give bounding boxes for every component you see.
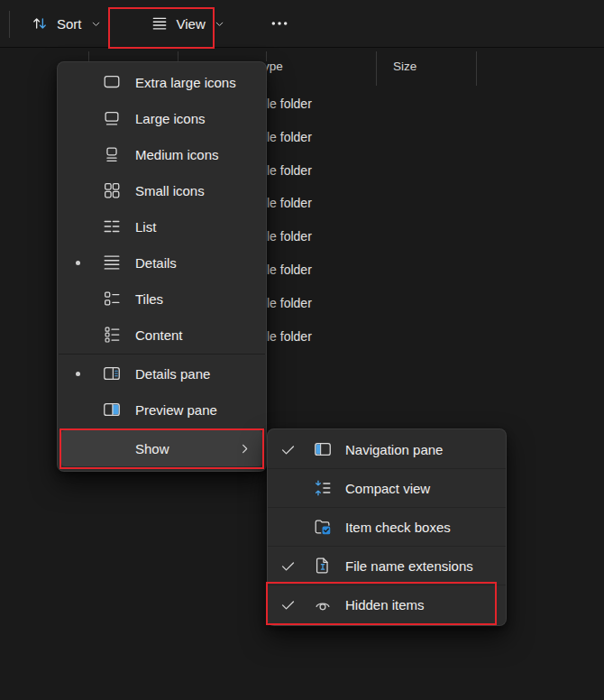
sort-button[interactable]: Sort [20, 7, 113, 40]
column-divider[interactable] [376, 51, 377, 86]
compact-view-icon [307, 478, 338, 498]
submenu-item-compact-view[interactable]: Compact view [268, 469, 506, 508]
menu-item-label: List [135, 219, 156, 235]
menu-item-label: Preview pane [135, 402, 217, 418]
submenu-item-label: Navigation pane [345, 442, 443, 457]
hidden-items-icon [307, 595, 338, 615]
menu-item-label: Extra large icons [135, 75, 236, 90]
menu-item-small-icons[interactable]: Small icons [61, 172, 262, 208]
file-row-type-cell[interactable]: le folder [267, 261, 312, 279]
check-icon [275, 596, 300, 613]
view-menu: Extra large iconsLarge iconsMedium icons… [57, 61, 267, 472]
menu-item-label: Show [135, 441, 169, 456]
tiles-icon [96, 289, 128, 309]
menu-item-label: Tiles [135, 291, 163, 307]
menu-item-label: Details pane [135, 366, 210, 382]
file-row-type-cell[interactable]: le folder [267, 294, 312, 312]
menu-item-details[interactable]: Details [61, 244, 262, 281]
file-row-type-cell[interactable]: le folder [267, 128, 312, 146]
menu-item-preview-pane[interactable]: Preview pane [61, 391, 262, 428]
menu-item-extra-large-icons[interactable]: Extra large icons [61, 64, 262, 100]
large-icons-icon [96, 108, 128, 128]
file-row-type-cell[interactable]: le folder [267, 327, 312, 345]
menu-separator [59, 428, 265, 429]
selected-bullet [67, 261, 88, 265]
chevron-down-icon [214, 18, 225, 30]
sort-arrows-icon [31, 14, 49, 32]
column-divider[interactable] [178, 51, 178, 61]
see-more-button[interactable] [261, 7, 297, 40]
chevron-down-icon [90, 18, 102, 30]
details-pane-icon [96, 364, 128, 383]
sort-button-label: Sort [57, 16, 82, 32]
file-row-type-cell[interactable]: le folder [267, 194, 312, 212]
list-icon [96, 216, 128, 236]
column-divider[interactable] [476, 51, 477, 86]
selected-bullet [67, 372, 88, 376]
menu-item-details-pane[interactable]: Details pane [61, 355, 262, 391]
menu-item-large-icons[interactable]: Large icons [61, 100, 262, 136]
menu-item-content[interactable]: Content [61, 317, 262, 353]
check-icon [275, 557, 300, 575]
show-submenu: Navigation pane Compact view Item check … [267, 428, 507, 626]
toolbar: Sort View [0, 0, 604, 48]
menu-item-label: Small icons [135, 183, 205, 198]
preview-pane-icon [96, 400, 128, 419]
submenu-item-hidden-items[interactable]: Hidden items [268, 585, 506, 624]
submenu-item-item-check-boxes[interactable]: Item check boxes [268, 508, 506, 547]
submenu-item-label: Item check boxes [345, 520, 451, 535]
file-name-extensions-icon [307, 556, 338, 576]
file-row-type-cell[interactable]: le folder [267, 161, 312, 180]
details-icon [96, 253, 128, 272]
column-divider[interactable] [266, 51, 267, 61]
menu-item-label: Content [135, 327, 183, 343]
file-explorer-window: Sort View ype Size le folderle folderle … [0, 0, 604, 700]
submenu-item-label: Hidden items [345, 597, 425, 612]
menu-item-list[interactable]: List [61, 208, 262, 244]
column-divider[interactable] [88, 51, 89, 61]
file-row-type-cell[interactable]: le folder [267, 227, 312, 245]
extra-large-icons-icon [96, 72, 128, 92]
submenu-item-file-name-extensions[interactable]: File name extensions [268, 547, 506, 585]
view-button-label: View [177, 16, 206, 32]
medium-icons-icon [96, 144, 128, 164]
menu-item-label: Medium icons [135, 147, 219, 162]
menu-item-medium-icons[interactable]: Medium icons [61, 136, 262, 172]
view-button[interactable]: View [140, 7, 236, 40]
small-icons-icon [96, 180, 128, 200]
submenu-item-label: Compact view [345, 481, 430, 496]
chevron-right-icon [238, 442, 252, 456]
submenu-item-navigation-pane[interactable]: Navigation pane [268, 430, 506, 469]
menu-separator [59, 354, 265, 355]
toolbar-divider [9, 11, 10, 38]
menu-item-label: Details [135, 255, 177, 271]
content-icon [96, 325, 128, 345]
menu-item-label: Large icons [135, 111, 206, 126]
check-icon [275, 441, 300, 458]
navigation-pane-icon [307, 439, 338, 459]
menu-item-show[interactable]: Show [61, 430, 262, 466]
view-lines-icon [151, 14, 169, 32]
item-check-boxes-icon [307, 517, 338, 537]
menu-item-tiles[interactable]: Tiles [61, 281, 262, 317]
submenu-item-label: File name extensions [345, 558, 473, 574]
file-row-type-cell[interactable]: le folder [267, 95, 312, 113]
more-ellipsis-icon [270, 14, 288, 32]
column-header-size[interactable]: Size [393, 60, 416, 73]
